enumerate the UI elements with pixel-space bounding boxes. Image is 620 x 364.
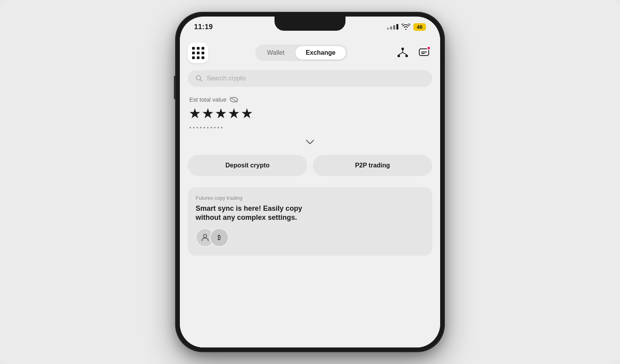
grid-icon: [192, 47, 204, 59]
card-icon-2: ₿: [210, 228, 229, 247]
card-section: Futures copy trading Smart sync is here!…: [188, 187, 432, 256]
nav-actions: [394, 45, 432, 61]
phone-wrapper: 11:19: [176, 13, 444, 351]
svg-point-11: [426, 52, 427, 52]
value-section: Est total value ★★★★★ ••••••••••: [188, 96, 432, 131]
battery-indicator: 46: [413, 23, 426, 31]
app-icon-button[interactable]: [188, 43, 208, 63]
card-icons: ₿: [196, 228, 424, 248]
eye-slash-icon[interactable]: [230, 97, 238, 103]
wallet-tab[interactable]: Wallet: [257, 46, 295, 59]
value-hidden-stars: ★★★★★: [189, 107, 431, 121]
svg-line-4: [399, 52, 403, 55]
est-label-text: Est total value: [189, 96, 226, 103]
app-content: Wallet Exchange: [180, 37, 440, 347]
signal-dots-icon: [387, 24, 398, 30]
action-buttons: Deposit crypto P2P trading: [188, 155, 432, 176]
wifi-icon: [402, 24, 410, 30]
search-icon: [196, 75, 203, 82]
nav-bar: Wallet Exchange: [188, 43, 432, 63]
notification-dot: [427, 46, 431, 50]
svg-line-13: [200, 80, 202, 82]
p2p-trading-button[interactable]: P2P trading: [313, 155, 432, 176]
network-button[interactable]: [394, 45, 411, 61]
card-title-text: Smart sync is here! Easily copywithout a…: [196, 204, 424, 223]
svg-rect-0: [402, 48, 404, 50]
network-icon: [397, 47, 409, 59]
status-icons: 46: [387, 23, 426, 31]
svg-point-15: [204, 234, 207, 238]
search-placeholder-text: Search crypto: [207, 75, 246, 82]
notch: [275, 17, 345, 31]
svg-rect-1: [398, 55, 400, 57]
blur-overlay: [180, 316, 440, 347]
scene: 11:19: [0, 0, 620, 364]
chevron-down-icon[interactable]: [188, 139, 432, 147]
chat-button[interactable]: [416, 45, 432, 61]
svg-rect-2: [405, 55, 408, 57]
svg-line-5: [403, 52, 407, 55]
card-label-text: Futures copy trading: [196, 195, 424, 201]
deposit-crypto-button[interactable]: Deposit crypto: [188, 155, 307, 176]
value-hidden-sub: ••••••••••: [189, 124, 431, 131]
status-time: 11:19: [194, 23, 213, 31]
est-total-label: Est total value: [189, 96, 431, 103]
exchange-tab[interactable]: Exchange: [295, 46, 346, 59]
svg-point-9: [421, 52, 422, 52]
search-bar[interactable]: Search crypto: [188, 70, 432, 87]
tab-group: Wallet Exchange: [255, 45, 347, 61]
svg-point-10: [424, 52, 424, 52]
phone-screen: 11:19: [180, 17, 440, 347]
